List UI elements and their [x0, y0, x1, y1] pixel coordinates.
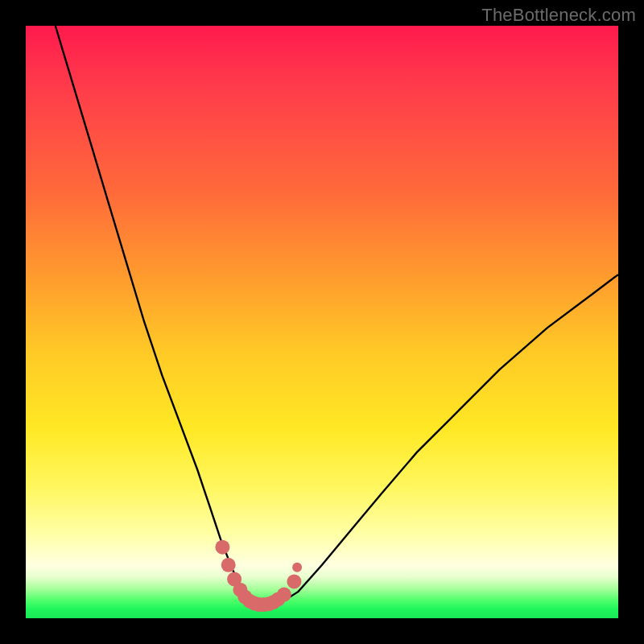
highlight-dot: [221, 558, 236, 572]
bottleneck-curve: [56, 26, 618, 605]
highlight-dot: [215, 540, 229, 555]
highlight-dot-outlier: [292, 563, 302, 572]
chart-frame: TheBottleneck.com: [0, 0, 644, 644]
highlight-marker-group: [215, 540, 302, 612]
highlight-dot: [287, 574, 301, 588]
watermark-text: TheBottleneck.com: [481, 5, 636, 26]
plot-area: [26, 26, 618, 618]
highlight-dot: [277, 588, 291, 602]
chart-svg: [26, 26, 618, 618]
